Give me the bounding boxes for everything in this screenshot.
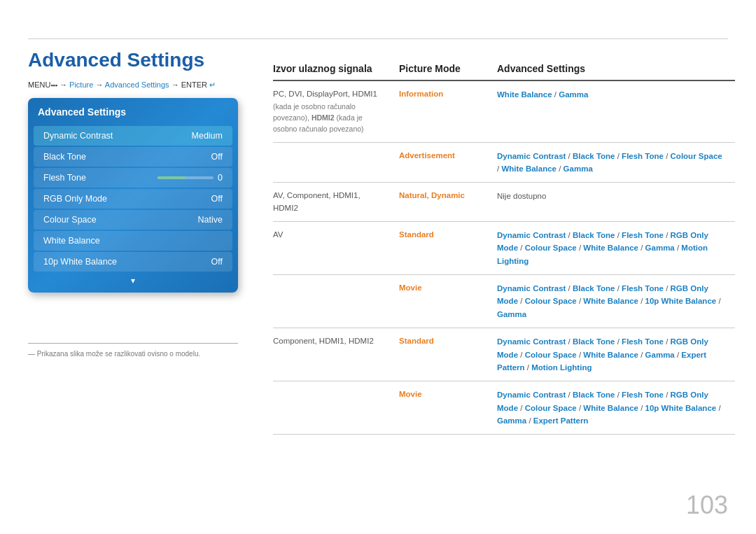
menu-item-label-10p-white-balance: 10p White Balance bbox=[43, 257, 117, 267]
menu-item-value-black-tone: Off bbox=[211, 152, 223, 162]
table-header-mode: Picture Mode bbox=[399, 63, 497, 74]
settings-link: Mode bbox=[497, 244, 518, 252]
source-text: PC, DVI, DisplayPort, HDMI1 bbox=[273, 88, 392, 100]
settings-link: Black Tone bbox=[573, 231, 615, 239]
table-cell-settings: Dynamic Contrast / Black Tone / Flesh To… bbox=[497, 388, 735, 427]
table-header-source: Izvor ulaznog signala bbox=[273, 63, 399, 74]
menu-item-label-rgb-only-mode: RGB Only Mode bbox=[43, 194, 107, 204]
table-cell-settings: White Balance / Gamma bbox=[497, 88, 735, 101]
settings-link: RGB Only bbox=[671, 284, 708, 293]
menu-item-value-rgb-only-mode: Off bbox=[211, 194, 223, 204]
settings-link: 10p White Balance bbox=[645, 297, 717, 305]
table-header-settings: Advanced Settings bbox=[497, 63, 735, 74]
settings-link: Black Tone bbox=[573, 391, 615, 399]
settings-link: White Balance bbox=[497, 90, 552, 99]
table-cell-mode: Movie bbox=[399, 388, 497, 400]
menu-panel: Advanced Settings Dynamic Contrast Mediu… bbox=[28, 98, 238, 293]
table-cell-settings: Dynamic Contrast / Black Tone / Flesh To… bbox=[497, 282, 735, 321]
table-cell-source: AV, Component, HDMI1,HDMI2 bbox=[273, 190, 399, 214]
settings-link: Gamma bbox=[497, 416, 526, 425]
settings-link: RGB Only bbox=[671, 391, 708, 399]
source-text: AV, Component, HDMI1,HDMI2 bbox=[273, 190, 392, 214]
settings-link: Dynamic Contrast bbox=[497, 337, 566, 346]
settings-link: White Balance bbox=[583, 404, 638, 412]
table-cell-settings: Dynamic Contrast / Black Tone / Flesh To… bbox=[497, 150, 735, 176]
table-row: Movie Dynamic Contrast / Black Tone / Fl… bbox=[273, 381, 735, 435]
slider-fill bbox=[158, 176, 186, 179]
breadcrumb-text: MENU▪▪▪ → Picture → Advanced Settings → … bbox=[28, 80, 216, 89]
settings-link: Expert bbox=[681, 351, 706, 359]
page-number: 103 bbox=[686, 491, 728, 520]
settings-link: 10p White Balance bbox=[645, 404, 717, 412]
table-header: Izvor ulaznog signala Picture Mode Advan… bbox=[273, 63, 735, 81]
settings-link: Dynamic Contrast bbox=[497, 231, 566, 239]
settings-link: White Balance bbox=[583, 297, 638, 305]
settings-link: Pattern bbox=[497, 363, 525, 372]
slider-bar bbox=[158, 176, 214, 179]
table-cell-mode: Advertisement bbox=[399, 150, 497, 162]
table-cell-source: Component, HDMI1, HDMI2 bbox=[273, 335, 399, 347]
menu-item-flesh-tone[interactable]: Flesh Tone 0 bbox=[34, 168, 232, 188]
page-title-container: Advanced Settings bbox=[28, 49, 204, 71]
settings-link: Dynamic Contrast bbox=[497, 284, 566, 293]
menu-divider bbox=[28, 343, 238, 344]
settings-link: RGB Only bbox=[671, 231, 708, 239]
menu-item-value-colour-space: Native bbox=[198, 215, 223, 225]
settings-link: Mode bbox=[497, 404, 518, 412]
settings-link: Colour Space bbox=[525, 297, 577, 305]
settings-link: Black Tone bbox=[573, 284, 615, 293]
settings-link: Black Tone bbox=[573, 337, 615, 346]
settings-link: Colour Space bbox=[525, 351, 577, 359]
table-cell-settings: Nije dostupno bbox=[497, 190, 735, 202]
top-divider bbox=[28, 38, 728, 39]
table-cell-mode: Movie bbox=[399, 282, 497, 294]
menu-item-white-balance[interactable]: White Balance bbox=[34, 231, 232, 251]
settings-link: Flesh Tone bbox=[622, 337, 664, 346]
settings-link: White Balance bbox=[583, 351, 638, 359]
table-cell-source: AV bbox=[273, 229, 399, 241]
settings-link: Flesh Tone bbox=[622, 231, 664, 239]
menu-item-black-tone[interactable]: Black Tone Off bbox=[34, 147, 232, 167]
table-row: PC, DVI, DisplayPort, HDMI1 (kada je oso… bbox=[273, 81, 735, 143]
settings-link: Colour Space bbox=[671, 152, 722, 160]
menu-item-label-flesh-tone: Flesh Tone bbox=[43, 173, 86, 183]
settings-link: Dynamic Contrast bbox=[497, 152, 566, 160]
settings-link: Expert Pattern bbox=[533, 416, 589, 425]
settings-link: Gamma bbox=[645, 351, 675, 359]
table-row: AV Standard Dynamic Contrast / Black Ton… bbox=[273, 222, 735, 275]
settings-link: White Balance bbox=[583, 244, 638, 252]
menu-item-dynamic-contrast[interactable]: Dynamic Contrast Medium bbox=[34, 126, 232, 146]
menu-item-colour-space[interactable]: Colour Space Native bbox=[34, 210, 232, 230]
menu-item-value-dynamic-contrast: Medium bbox=[192, 131, 223, 141]
menu-item-label-white-balance: White Balance bbox=[43, 236, 100, 246]
menu-item-rgb-only-mode[interactable]: RGB Only Mode Off bbox=[34, 189, 232, 209]
menu-scroll-down[interactable]: ▾ bbox=[28, 273, 238, 287]
settings-link: Black Tone bbox=[573, 152, 615, 160]
settings-link: Dynamic Contrast bbox=[497, 391, 566, 399]
table-row: Component, HDMI1, HDMI2 Standard Dynamic… bbox=[273, 328, 735, 381]
menu-item-label-dynamic-contrast: Dynamic Contrast bbox=[43, 131, 113, 141]
settings-link: White Balance bbox=[501, 164, 556, 173]
settings-link: Mode bbox=[497, 297, 518, 305]
right-content: Izvor ulaznog signala Picture Mode Advan… bbox=[273, 63, 735, 435]
table-row: AV, Component, HDMI1,HDMI2 Natural, Dyna… bbox=[273, 183, 735, 222]
menu-item-label-colour-space: Colour Space bbox=[43, 215, 97, 225]
page-title: Advanced Settings bbox=[28, 49, 204, 71]
settings-link: Lighting bbox=[497, 257, 528, 265]
settings-link: Gamma bbox=[645, 244, 675, 252]
settings-link: Gamma bbox=[497, 310, 526, 318]
settings-link: Gamma bbox=[559, 90, 588, 99]
settings-link: Flesh Tone bbox=[622, 391, 664, 399]
settings-link: Flesh Tone bbox=[622, 284, 664, 293]
footnote: ― Prikazana slika može se razlikovati ov… bbox=[28, 350, 200, 358]
menu-item-10p-white-balance[interactable]: 10p White Balance Off bbox=[34, 252, 232, 272]
settings-link: Colour Space bbox=[525, 244, 577, 252]
table-cell-mode: Standard bbox=[399, 335, 497, 347]
breadcrumb: MENU▪▪▪ → Picture → Advanced Settings → … bbox=[28, 80, 216, 90]
table-cell-settings: Dynamic Contrast / Black Tone / Flesh To… bbox=[497, 335, 735, 374]
source-sub: (kada je osobno računalopovezano), HDMI2… bbox=[273, 101, 392, 134]
menu-item-value-flesh-tone: 0 bbox=[218, 173, 223, 183]
table-cell-mode: Standard bbox=[399, 229, 497, 241]
settings-link: Gamma bbox=[564, 164, 593, 173]
menu-panel-title: Advanced Settings bbox=[28, 106, 238, 125]
